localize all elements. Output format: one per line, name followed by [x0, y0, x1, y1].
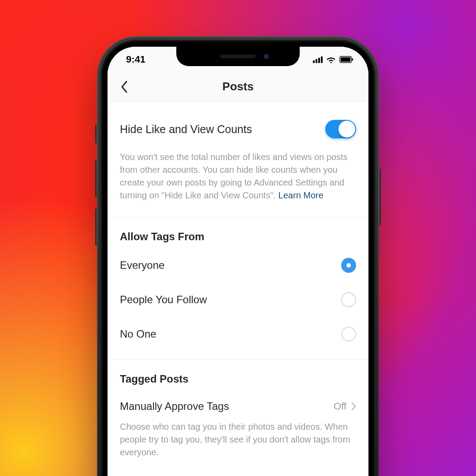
tagged-posts-header: Tagged Posts: [120, 360, 356, 390]
page-title: Posts: [108, 80, 368, 93]
toggle-knob: [338, 121, 355, 138]
svg-rect-1: [341, 57, 350, 62]
svg-rect-2: [352, 58, 353, 61]
wifi-icon: [326, 56, 336, 63]
hide-likes-section: Hide Like and View Counts You won't see …: [108, 101, 368, 217]
radio-indicator: [341, 327, 356, 342]
radio-label: No One: [120, 328, 156, 340]
radio-option-everyone[interactable]: Everyone: [120, 248, 356, 283]
allow-tags-section: Allow Tags From Everyone People You Foll…: [108, 217, 368, 360]
radio-indicator-selected: [341, 258, 356, 273]
status-time: 9:41: [126, 54, 145, 65]
learn-more-link[interactable]: Learn More: [279, 190, 324, 200]
hide-likes-label: Hide Like and View Counts: [120, 123, 252, 136]
battery-icon: [339, 56, 353, 63]
phone-front-camera: [264, 54, 269, 59]
cellular-icon: [313, 56, 323, 63]
tagged-posts-description: Choose who can tag you in their photos a…: [120, 420, 356, 474]
phone-notch: [176, 47, 300, 66]
radio-label: Everyone: [120, 259, 164, 271]
manually-approve-tags-row[interactable]: Manually Approve Tags Off: [120, 390, 356, 420]
status-indicators: [313, 56, 353, 63]
radio-indicator: [341, 292, 356, 307]
hide-likes-row: Hide Like and View Counts: [120, 101, 356, 151]
allow-tags-options: Everyone People You Follow No One: [120, 248, 356, 359]
hide-likes-toggle[interactable]: [325, 120, 356, 138]
manually-approve-value-group: Off: [334, 401, 356, 412]
phone-screen: 9:41 Posts: [108, 47, 368, 476]
hide-likes-description: You won't see the total number of likes …: [120, 151, 356, 217]
back-button[interactable]: [116, 79, 132, 95]
settings-content: Hide Like and View Counts You won't see …: [108, 101, 368, 474]
manually-approve-label: Manually Approve Tags: [120, 400, 229, 413]
nav-header: Posts: [108, 72, 368, 101]
chevron-left-icon: [120, 80, 128, 93]
radio-option-people-you-follow[interactable]: People You Follow: [120, 283, 356, 317]
chevron-right-icon: [351, 402, 356, 411]
phone-frame: 9:41 Posts: [97, 36, 379, 476]
radio-label: People You Follow: [120, 294, 207, 306]
manually-approve-value: Off: [334, 401, 346, 412]
radio-option-no-one[interactable]: No One: [120, 317, 356, 351]
gradient-background: 9:41 Posts: [0, 0, 476, 476]
tagged-posts-section: Tagged Posts Manually Approve Tags Off C…: [108, 360, 368, 474]
allow-tags-header: Allow Tags From: [120, 217, 356, 248]
phone-speaker: [220, 55, 256, 58]
